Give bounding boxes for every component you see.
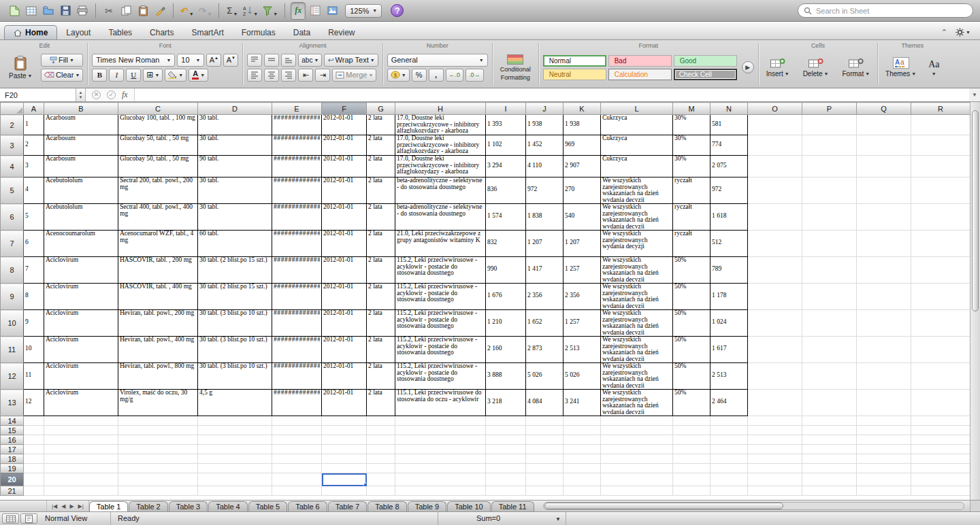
cell-R14[interactable] bbox=[911, 416, 970, 426]
row-header-11[interactable]: 11 bbox=[1, 337, 24, 363]
row-header-5[interactable]: 5 bbox=[1, 177, 24, 204]
cell-O10[interactable] bbox=[748, 310, 802, 337]
cell-P3[interactable] bbox=[802, 135, 857, 156]
tab-data[interactable]: Data bbox=[284, 25, 319, 39]
more-styles-button[interactable]: ▶ bbox=[742, 61, 754, 73]
cell-K16[interactable] bbox=[564, 435, 601, 445]
cell-E18[interactable] bbox=[272, 454, 322, 464]
fill-color-button[interactable]: ▼ bbox=[165, 69, 186, 82]
cell-J8[interactable]: 1 417 bbox=[526, 257, 564, 284]
row-header-14[interactable]: 14 bbox=[1, 416, 24, 426]
cell-E10[interactable]: ############## bbox=[272, 310, 322, 337]
tab-tables[interactable]: Tables bbox=[99, 25, 141, 39]
increase-decimal-button[interactable]: ←.0 bbox=[446, 69, 464, 82]
cell-B11[interactable]: Aciclovirum bbox=[44, 337, 118, 363]
cell-M7[interactable]: ryczałt bbox=[673, 231, 710, 257]
cell-O5[interactable] bbox=[748, 177, 802, 204]
cell-M19[interactable] bbox=[673, 464, 710, 473]
column-header-H[interactable]: H bbox=[395, 103, 486, 115]
cell-P12[interactable] bbox=[802, 363, 857, 390]
cell-H17[interactable] bbox=[395, 445, 486, 454]
sheet-tab-table-1[interactable]: Table 1 bbox=[89, 501, 128, 511]
cell-O9[interactable] bbox=[748, 284, 802, 310]
cell-I13[interactable]: 3 218 bbox=[486, 390, 526, 416]
cell-H9[interactable]: 115.2, Leki przeciwwirusowe - acyklowir … bbox=[395, 284, 486, 310]
cell-C4[interactable]: Glucobay 50, tabl. , 50 mg bbox=[118, 156, 198, 177]
cell-D21[interactable] bbox=[198, 486, 272, 496]
align-top-button[interactable] bbox=[247, 54, 262, 67]
cell-K21[interactable] bbox=[564, 486, 601, 496]
cell-Q7[interactable] bbox=[857, 231, 911, 257]
row-header-10[interactable]: 10 bbox=[1, 310, 24, 337]
cell-I11[interactable]: 2 160 bbox=[486, 337, 526, 363]
cell-R13[interactable] bbox=[911, 390, 970, 416]
cell-M13[interactable]: 50% bbox=[673, 390, 710, 416]
cell-L17[interactable] bbox=[601, 445, 673, 454]
tab-review[interactable]: Review bbox=[319, 25, 363, 39]
formula-input[interactable] bbox=[134, 88, 969, 101]
cell-Q18[interactable] bbox=[857, 454, 911, 464]
cell-H16[interactable] bbox=[395, 435, 486, 445]
cell-M20[interactable] bbox=[673, 473, 710, 486]
cell-P8[interactable] bbox=[802, 257, 857, 284]
cell-O4[interactable] bbox=[748, 156, 802, 177]
row-header-21[interactable]: 21 bbox=[1, 486, 24, 496]
cell-M17[interactable] bbox=[673, 445, 710, 454]
cell-Q10[interactable] bbox=[857, 310, 911, 337]
tab-charts[interactable]: Charts bbox=[141, 25, 182, 39]
merge-button[interactable]: Merge▼ bbox=[332, 69, 376, 82]
cell-E4[interactable]: ############## bbox=[272, 156, 322, 177]
cell-J5[interactable]: 972 bbox=[526, 177, 564, 204]
cell-D17[interactable] bbox=[198, 445, 272, 454]
cell-I4[interactable]: 3 294 bbox=[486, 156, 526, 177]
sheet-tab-table-10[interactable]: Table 10 bbox=[447, 501, 491, 511]
cell-H5[interactable]: beta-adrenolityczne - selektywne - do st… bbox=[395, 177, 486, 204]
cell-H11[interactable]: 115.2, Leki przeciwwirusowe - acyklowir … bbox=[395, 337, 486, 363]
cell-F20[interactable] bbox=[322, 473, 367, 486]
help-button[interactable]: ? bbox=[391, 4, 404, 17]
cell-P2[interactable] bbox=[802, 115, 857, 135]
cell-O12[interactable] bbox=[748, 363, 802, 390]
cell-I19[interactable] bbox=[486, 464, 526, 473]
cell-D13[interactable]: 4,5 g bbox=[198, 390, 272, 416]
cell-P6[interactable] bbox=[802, 204, 857, 231]
cell-G18[interactable] bbox=[367, 454, 395, 464]
cell-E15[interactable] bbox=[272, 426, 322, 435]
column-header-M[interactable]: M bbox=[673, 103, 710, 115]
cell-F12[interactable]: 2012-01-01 bbox=[322, 363, 367, 390]
cell-Q20[interactable] bbox=[857, 473, 911, 486]
cell-F4[interactable]: 2012-01-01 bbox=[322, 156, 367, 177]
cell-L10[interactable]: We wszystkich zarejestrowanych wskazania… bbox=[601, 310, 673, 337]
cell-L8[interactable]: We wszystkich zarejestrowanych wskazania… bbox=[601, 257, 673, 284]
cell-O11[interactable] bbox=[748, 337, 802, 363]
row-header-9[interactable]: 9 bbox=[1, 284, 24, 310]
cell-D7[interactable]: 60 tabl. bbox=[198, 231, 272, 257]
cell-B19[interactable] bbox=[44, 464, 118, 473]
delete-cells-button[interactable]: Delete▼ bbox=[800, 57, 832, 78]
undo-button[interactable]: ↶▼ bbox=[179, 2, 195, 20]
cell-R18[interactable] bbox=[911, 454, 970, 464]
cell-I15[interactable] bbox=[486, 426, 526, 435]
column-header-K[interactable]: K bbox=[564, 103, 601, 115]
cell-C2[interactable]: Glucobay 100, tabl. , 100 mg bbox=[118, 115, 198, 135]
cell-E3[interactable]: ############## bbox=[272, 135, 322, 156]
cell-J6[interactable]: 1 838 bbox=[526, 204, 564, 231]
cell-F18[interactable] bbox=[322, 454, 367, 464]
italic-button[interactable]: I bbox=[109, 69, 124, 82]
cell-C21[interactable] bbox=[118, 486, 198, 496]
cell-L16[interactable] bbox=[601, 435, 673, 445]
align-middle-button[interactable] bbox=[264, 54, 279, 67]
cell-L18[interactable] bbox=[601, 454, 673, 464]
cell-G9[interactable]: 2 lata bbox=[367, 284, 395, 310]
row-header-8[interactable]: 8 bbox=[1, 257, 24, 284]
cell-M18[interactable] bbox=[673, 454, 710, 464]
cell-Q2[interactable] bbox=[857, 115, 911, 135]
cell-C20[interactable] bbox=[118, 473, 198, 486]
percent-style-button[interactable]: % bbox=[412, 69, 427, 82]
cell-N18[interactable] bbox=[710, 454, 748, 464]
toolbox-button[interactable] bbox=[308, 2, 323, 20]
cell-J11[interactable]: 2 873 bbox=[526, 337, 564, 363]
sheet-tab-table-5[interactable]: Table 5 bbox=[248, 501, 287, 511]
cell-N11[interactable]: 1 617 bbox=[710, 337, 748, 363]
cell-J13[interactable]: 4 084 bbox=[526, 390, 564, 416]
